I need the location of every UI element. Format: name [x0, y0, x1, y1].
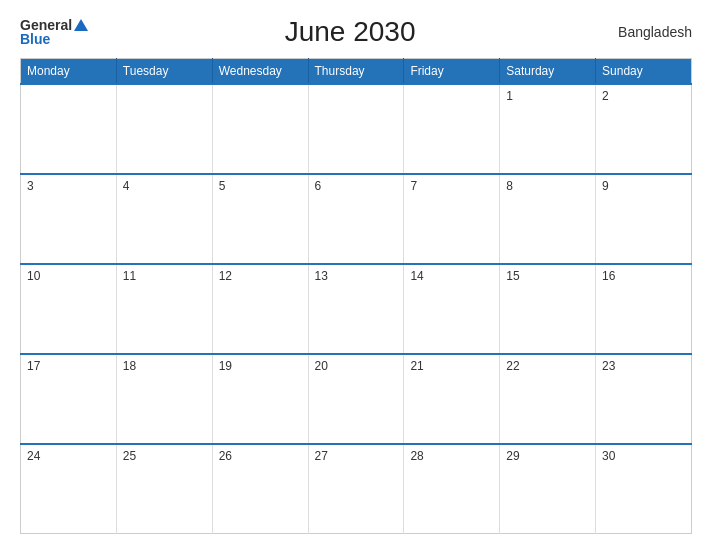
calendar-cell [212, 84, 308, 174]
calendar-cell: 12 [212, 264, 308, 354]
logo-general: General [20, 18, 88, 32]
calendar-cell: 10 [21, 264, 117, 354]
calendar-cell: 16 [596, 264, 692, 354]
day-number: 20 [315, 359, 328, 373]
day-number: 12 [219, 269, 232, 283]
day-number: 29 [506, 449, 519, 463]
calendar-cell: 4 [116, 174, 212, 264]
calendar-cell: 6 [308, 174, 404, 264]
col-wednesday: Wednesday [212, 59, 308, 85]
calendar-cell [308, 84, 404, 174]
day-number: 5 [219, 179, 226, 193]
calendar-cell: 24 [21, 444, 117, 534]
calendar-cell: 27 [308, 444, 404, 534]
day-number: 28 [410, 449, 423, 463]
day-number: 2 [602, 89, 609, 103]
day-number: 13 [315, 269, 328, 283]
calendar-cell: 1 [500, 84, 596, 174]
calendar-week-row: 24252627282930 [21, 444, 692, 534]
col-sunday: Sunday [596, 59, 692, 85]
col-friday: Friday [404, 59, 500, 85]
calendar-cell: 14 [404, 264, 500, 354]
day-number: 17 [27, 359, 40, 373]
day-number: 9 [602, 179, 609, 193]
day-number: 18 [123, 359, 136, 373]
calendar-week-row: 3456789 [21, 174, 692, 264]
day-number: 23 [602, 359, 615, 373]
calendar-cell: 22 [500, 354, 596, 444]
calendar-cell: 13 [308, 264, 404, 354]
logo-general-text: General [20, 18, 72, 32]
calendar-cell: 2 [596, 84, 692, 174]
calendar-cell: 28 [404, 444, 500, 534]
col-monday: Monday [21, 59, 117, 85]
day-number: 27 [315, 449, 328, 463]
day-number: 25 [123, 449, 136, 463]
calendar-cell [21, 84, 117, 174]
calendar-cell: 9 [596, 174, 692, 264]
calendar-cell: 25 [116, 444, 212, 534]
calendar-cell: 8 [500, 174, 596, 264]
calendar-cell: 11 [116, 264, 212, 354]
day-number: 21 [410, 359, 423, 373]
calendar-body: 1234567891011121314151617181920212223242… [21, 84, 692, 534]
calendar-week-row: 17181920212223 [21, 354, 692, 444]
calendar-cell: 29 [500, 444, 596, 534]
calendar-week-row: 10111213141516 [21, 264, 692, 354]
day-number: 24 [27, 449, 40, 463]
calendar-cell: 21 [404, 354, 500, 444]
logo-blue-text: Blue [20, 32, 88, 46]
header: General Blue June 2030 Bangladesh [20, 16, 692, 48]
col-thursday: Thursday [308, 59, 404, 85]
country-label: Bangladesh [612, 24, 692, 40]
calendar-cell: 20 [308, 354, 404, 444]
calendar-cell: 15 [500, 264, 596, 354]
calendar-cell: 17 [21, 354, 117, 444]
calendar-header: Monday Tuesday Wednesday Thursday Friday… [21, 59, 692, 85]
day-number: 6 [315, 179, 322, 193]
calendar-week-row: 12 [21, 84, 692, 174]
calendar-cell: 5 [212, 174, 308, 264]
day-number: 3 [27, 179, 34, 193]
day-number: 30 [602, 449, 615, 463]
day-number: 4 [123, 179, 130, 193]
calendar-cell: 19 [212, 354, 308, 444]
day-number: 10 [27, 269, 40, 283]
calendar-cell [116, 84, 212, 174]
col-saturday: Saturday [500, 59, 596, 85]
day-number: 11 [123, 269, 136, 283]
day-number: 26 [219, 449, 232, 463]
calendar-cell: 30 [596, 444, 692, 534]
day-number: 16 [602, 269, 615, 283]
day-number: 14 [410, 269, 423, 283]
day-number: 19 [219, 359, 232, 373]
logo-triangle-icon [74, 19, 88, 31]
logo: General Blue [20, 18, 88, 46]
calendar-cell [404, 84, 500, 174]
day-number: 7 [410, 179, 417, 193]
calendar-cell: 7 [404, 174, 500, 264]
days-header-row: Monday Tuesday Wednesday Thursday Friday… [21, 59, 692, 85]
col-tuesday: Tuesday [116, 59, 212, 85]
calendar-title: June 2030 [88, 16, 612, 48]
calendar-cell: 26 [212, 444, 308, 534]
calendar-table: Monday Tuesday Wednesday Thursday Friday… [20, 58, 692, 534]
day-number: 1 [506, 89, 513, 103]
day-number: 15 [506, 269, 519, 283]
day-number: 22 [506, 359, 519, 373]
page: General Blue June 2030 Bangladesh Monday… [0, 0, 712, 550]
calendar-cell: 18 [116, 354, 212, 444]
calendar-cell: 3 [21, 174, 117, 264]
day-number: 8 [506, 179, 513, 193]
calendar-cell: 23 [596, 354, 692, 444]
